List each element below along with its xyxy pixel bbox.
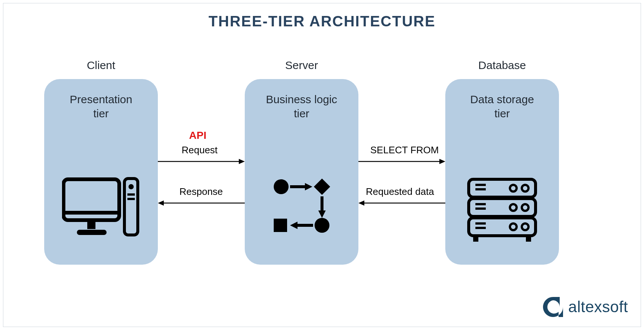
svg-point-23 <box>510 185 517 192</box>
svg-marker-13 <box>318 210 326 218</box>
client-heading: Client <box>44 59 158 72</box>
svg-point-5 <box>129 184 134 189</box>
svg-rect-30 <box>475 227 486 229</box>
computer-icon <box>62 176 140 242</box>
database-box: Data storage tier <box>445 79 559 265</box>
brand-logo: altexsoft <box>541 295 628 318</box>
database-box-title-line2: tier <box>494 107 510 120</box>
svg-marker-38 <box>158 200 164 206</box>
svg-marker-11 <box>314 179 330 195</box>
server-rack-icon <box>465 176 539 246</box>
arrow-request <box>158 159 245 164</box>
svg-rect-22 <box>475 188 486 190</box>
arrow-requested-data <box>358 200 445 206</box>
svg-rect-25 <box>475 203 486 205</box>
svg-point-28 <box>522 204 528 211</box>
arrow-select <box>358 159 445 164</box>
server-box: Business logic tier <box>245 79 358 265</box>
svg-point-27 <box>510 204 517 211</box>
client-box-title: Presentation tier <box>44 79 158 120</box>
client-box-title-line2: tier <box>93 107 109 120</box>
svg-rect-26 <box>475 208 486 210</box>
label-request: Request <box>182 144 218 156</box>
svg-point-14 <box>315 218 329 233</box>
flow-icon <box>270 176 333 235</box>
database-heading: Database <box>445 59 559 72</box>
svg-marker-10 <box>305 183 312 190</box>
svg-marker-42 <box>358 200 364 206</box>
diagram-title: THREE-TIER ARCHITECTURE <box>3 13 641 30</box>
server-box-title-line2: tier <box>294 107 309 120</box>
database-icon-area <box>445 176 559 246</box>
svg-marker-36 <box>239 159 245 164</box>
svg-rect-34 <box>526 236 531 242</box>
label-requested-data: Requested data <box>366 186 434 197</box>
label-response: Response <box>179 186 223 197</box>
server-box-title-line1: Business logic <box>266 93 337 105</box>
diagram-frame: THREE-TIER ARCHITECTURE Client Server Da… <box>3 3 641 327</box>
api-label: API <box>189 130 206 141</box>
client-icon-area <box>44 176 158 242</box>
server-icon-area <box>245 176 358 235</box>
arrow-response <box>158 200 245 206</box>
svg-point-8 <box>274 179 289 194</box>
svg-rect-33 <box>473 236 478 242</box>
client-box-title-line1: Presentation <box>70 93 132 105</box>
svg-rect-2 <box>87 221 95 229</box>
svg-rect-29 <box>475 222 486 225</box>
svg-marker-40 <box>439 159 445 164</box>
brand-name: altexsoft <box>568 298 628 316</box>
svg-rect-21 <box>475 184 486 186</box>
database-box-title-line1: Data storage <box>470 93 534 105</box>
server-box-title: Business logic tier <box>245 79 358 120</box>
database-box-title: Data storage tier <box>445 79 559 120</box>
svg-point-24 <box>522 185 528 192</box>
svg-rect-7 <box>127 198 135 200</box>
svg-rect-6 <box>127 193 135 196</box>
svg-point-31 <box>510 223 517 230</box>
svg-rect-17 <box>274 219 287 232</box>
label-select: SELECT FROM <box>370 144 439 156</box>
svg-marker-16 <box>290 222 297 229</box>
altexsoft-mark-icon <box>541 295 565 318</box>
svg-rect-3 <box>77 230 107 235</box>
server-heading: Server <box>245 59 358 72</box>
svg-point-32 <box>522 223 528 230</box>
client-box: Presentation tier <box>44 79 158 265</box>
